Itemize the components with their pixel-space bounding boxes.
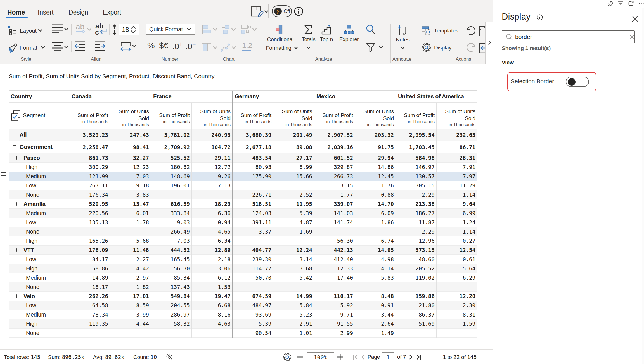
value-cell[interactable]: 2,995.54: [396, 129, 437, 141]
measure-header[interactable]: Sum of Profitin Thousands: [69, 103, 110, 129]
value-cell[interactable]: 119.02: [396, 273, 437, 282]
value-cell[interactable]: 14.89: [69, 273, 110, 282]
value-cell[interactable]: 8.31: [437, 310, 477, 319]
value-cell[interactable]: 601.52: [314, 153, 355, 163]
value-cell[interactable]: 137.43: [151, 282, 192, 292]
value-cell[interactable]: 2.30: [437, 301, 477, 310]
value-cell[interactable]: 12.72: [192, 163, 233, 172]
value-cell[interactable]: 7.03: [110, 172, 151, 181]
info-icon[interactable]: [294, 7, 303, 16]
value-cell[interactable]: 176.34: [69, 190, 110, 199]
value-cell[interactable]: 9.26: [192, 172, 233, 181]
value-cell[interactable]: [396, 329, 437, 338]
value-cell[interactable]: 9.03: [151, 218, 192, 227]
value-cell[interactable]: 5.92: [314, 301, 355, 310]
value-cell[interactable]: 7.03: [151, 236, 192, 246]
value-cell[interactable]: 6.29: [437, 273, 477, 282]
value-cell[interactable]: 3.99: [110, 310, 151, 319]
value-cell[interactable]: 27.17: [273, 153, 314, 163]
row-dimension-header[interactable]: Segment: [9, 103, 69, 129]
edit-mode-button[interactable]: [248, 4, 269, 18]
value-cell[interactable]: 5.39: [273, 209, 314, 218]
value-cell[interactable]: 0.61: [437, 255, 477, 264]
value-cell[interactable]: 2.27: [110, 255, 151, 264]
value-cell[interactable]: 6.12: [192, 273, 233, 282]
value-cell[interactable]: 1.14: [437, 227, 477, 236]
value-cell[interactable]: 220.56: [69, 209, 110, 218]
value-cell[interactable]: 141.03: [314, 209, 355, 218]
country-header[interactable]: United States of America: [396, 91, 477, 103]
value-cell[interactable]: 0.94: [192, 218, 233, 227]
row-label[interactable]: High: [9, 319, 69, 329]
value-cell[interactable]: 1.14: [437, 190, 477, 199]
value-cell[interactable]: 391.11: [233, 218, 273, 227]
value-cell[interactable]: 240.93: [192, 129, 233, 141]
clear-search-icon[interactable]: [629, 35, 634, 40]
row-label[interactable]: None: [9, 282, 69, 292]
value-cell[interactable]: 180.82: [151, 163, 192, 172]
measure-header[interactable]: Sum of Units Soldin Thousands: [273, 103, 314, 129]
value-cell[interactable]: 3,781.02: [151, 129, 192, 141]
value-cell[interactable]: 11.48: [110, 246, 151, 255]
value-cell[interactable]: 4.65: [192, 227, 233, 236]
value-cell[interactable]: [233, 181, 273, 190]
value-cell[interactable]: [273, 181, 314, 190]
value-cell[interactable]: 262.26: [69, 292, 110, 301]
value-cell[interactable]: 186.27: [396, 209, 437, 218]
next-page-button[interactable]: [409, 355, 413, 360]
row-label[interactable]: Low: [9, 218, 69, 227]
value-cell[interactable]: 232.63: [437, 129, 477, 141]
value-cell[interactable]: 0.91: [355, 301, 396, 310]
value-cell[interactable]: 1.01: [273, 329, 314, 338]
last-page-button[interactable]: [416, 355, 422, 360]
value-cell[interactable]: 14.70: [355, 199, 396, 209]
row-label[interactable]: None: [9, 190, 69, 199]
row-label[interactable]: VTT: [9, 246, 69, 255]
value-cell[interactable]: 93.69: [233, 310, 273, 319]
value-cell[interactable]: 305.15: [396, 181, 437, 190]
value-cell[interactable]: 6.34: [192, 236, 233, 246]
value-cell[interactable]: 412.40: [314, 255, 355, 264]
value-cell[interactable]: 85.34: [151, 273, 192, 282]
value-cell[interactable]: 196.01: [151, 181, 192, 190]
value-cell[interactable]: 484.97: [233, 301, 273, 310]
value-cell[interactable]: 64.58: [69, 301, 110, 310]
country-header[interactable]: Germany: [233, 91, 314, 103]
value-cell[interactable]: 17.01: [110, 292, 151, 301]
value-cell[interactable]: 135.13: [69, 218, 110, 227]
quick-calc-toggle[interactable]: Off: [272, 5, 292, 17]
value-cell[interactable]: 2.64: [355, 319, 396, 329]
measure-header[interactable]: Sum of Units Soldin Thousands: [110, 103, 151, 129]
value-cell[interactable]: 121.99: [69, 172, 110, 181]
row-label[interactable]: High: [9, 264, 69, 273]
value-cell[interactable]: 110.17: [314, 292, 355, 301]
value-cell[interactable]: 86.71: [437, 141, 477, 153]
value-cell[interactable]: 5.68: [110, 236, 151, 246]
country-header[interactable]: France: [151, 91, 233, 103]
value-cell[interactable]: 525.52: [151, 153, 192, 163]
value-cell[interactable]: 8.99: [273, 163, 314, 172]
zoom-in-button[interactable]: [337, 354, 343, 360]
value-cell[interactable]: 119.35: [69, 319, 110, 329]
value-cell[interactable]: 5.64: [437, 264, 477, 273]
value-cell[interactable]: 2.18: [192, 255, 233, 264]
value-cell[interactable]: [151, 329, 192, 338]
value-cell[interactable]: 98.41: [110, 141, 151, 153]
value-cell[interactable]: 4.44: [110, 319, 151, 329]
filter-lines-icon[interactable]: [618, 1, 623, 5]
value-cell[interactable]: 50.70: [233, 273, 273, 282]
value-cell[interactable]: 14.95: [355, 246, 396, 255]
value-cell[interactable]: [355, 227, 396, 236]
value-cell[interactable]: 8.48: [355, 292, 396, 301]
value-cell[interactable]: 239.30: [233, 255, 273, 264]
value-cell[interactable]: 3.83: [110, 190, 151, 199]
value-cell[interactable]: 4.87: [273, 218, 314, 227]
value-cell[interactable]: 1,703.45: [396, 141, 437, 153]
value-cell[interactable]: 5.23: [273, 310, 314, 319]
value-cell[interactable]: 176.09: [69, 246, 110, 255]
value-cell[interactable]: 6.68: [192, 301, 233, 310]
value-cell[interactable]: 286.97: [151, 310, 192, 319]
value-cell[interactable]: 339.07: [314, 199, 355, 209]
percent-format-button[interactable]: %: [147, 41, 155, 50]
value-cell[interactable]: 12.54: [437, 246, 477, 255]
